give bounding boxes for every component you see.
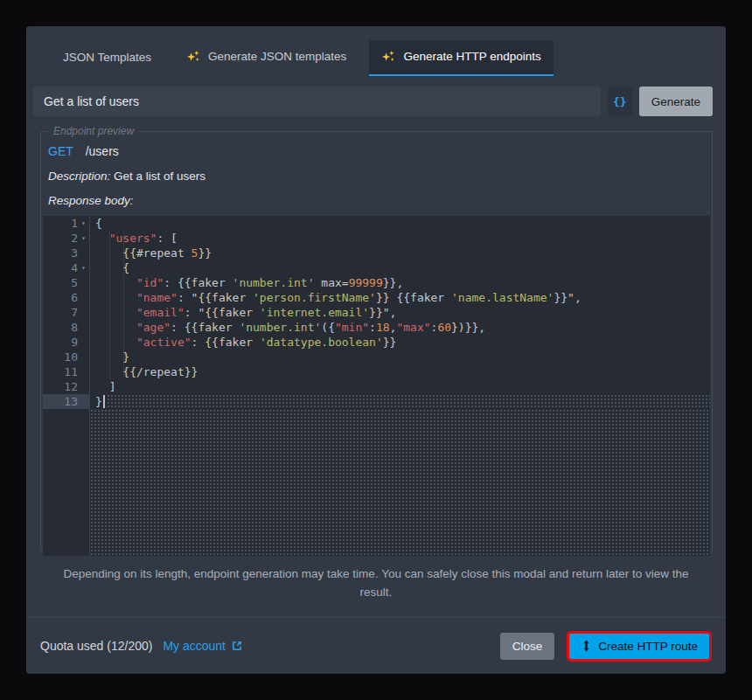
code-line-5: 5 "id": {{faker 'number.int' max=99999}}… bbox=[43, 275, 710, 290]
external-link-icon bbox=[231, 640, 243, 652]
code-line-9: 9 "active": {{faker 'datatype.boolean'}} bbox=[43, 335, 710, 350]
line-number: 6 bbox=[43, 290, 90, 305]
footer-actions: Close Create HTTP route bbox=[500, 631, 712, 662]
text-cursor bbox=[103, 395, 105, 408]
indent-guide bbox=[109, 231, 110, 379]
my-account-label: My account bbox=[163, 639, 226, 653]
tab-json-templates[interactable]: JSON Templates bbox=[51, 42, 164, 76]
code-line-6: 6 "name": "{{faker 'person.firstName'}} … bbox=[43, 290, 710, 305]
description-value: Get a list of users bbox=[114, 170, 205, 183]
line-number: 5 bbox=[43, 275, 90, 290]
generation-note: Depending on its length, endpoint genera… bbox=[52, 565, 700, 602]
fold-arrow-icon[interactable]: ▾ bbox=[78, 231, 89, 246]
line-number: 12 bbox=[43, 379, 90, 394]
code-line-13: 13} bbox=[43, 394, 710, 409]
line-number: 3 bbox=[43, 246, 90, 260]
description-label: Description: bbox=[48, 170, 110, 183]
create-button-label: Create HTTP route bbox=[598, 640, 698, 653]
quota-text: Quota used (12/200) bbox=[40, 639, 152, 653]
code-line-8: 8 "age": {{faker 'number.int'({"min":18,… bbox=[43, 320, 710, 335]
prompt-row: {} Generate bbox=[33, 87, 713, 116]
code-line-2: 2▾ "users": [ bbox=[43, 231, 710, 246]
height-arrows-icon bbox=[581, 640, 592, 652]
fold-arrow-icon[interactable]: ▾ bbox=[78, 216, 89, 231]
line-number: 8 bbox=[43, 320, 90, 335]
tab-label: Generate JSON templates bbox=[208, 50, 346, 63]
tab-bar: JSON Templates Generate JSON templates bbox=[26, 26, 726, 76]
my-account-link[interactable]: My account bbox=[163, 639, 243, 653]
highlight-ring: Create HTTP route bbox=[567, 631, 712, 662]
endpoint-method-line: GET /users bbox=[48, 144, 712, 158]
line-number: 13 bbox=[43, 394, 90, 409]
code-line-3: 3 {{#repeat 5}} bbox=[43, 246, 710, 260]
quota-area: Quota used (12/200) My account bbox=[40, 639, 243, 653]
http-method-label: GET bbox=[48, 144, 73, 158]
line-number: 7 bbox=[43, 305, 90, 320]
close-button[interactable]: Close bbox=[500, 633, 555, 660]
endpoint-description-line: Description: Get a list of users bbox=[48, 170, 712, 183]
tab-generate-json-templates[interactable]: Generate JSON templates bbox=[174, 40, 359, 76]
generate-button[interactable]: Generate bbox=[639, 87, 713, 116]
code-line-10: 10 } bbox=[43, 350, 710, 364]
tab-label: Generate HTTP endpoints bbox=[403, 50, 540, 63]
prompt-input[interactable] bbox=[33, 87, 601, 116]
tab-label: JSON Templates bbox=[63, 51, 151, 64]
endpoint-preview-panel: Endpoint preview GET /users Description:… bbox=[40, 125, 713, 551]
editor-gutter bbox=[43, 409, 90, 556]
generate-endpoints-modal: JSON Templates Generate JSON templates bbox=[26, 26, 726, 674]
fold-arrow-icon[interactable]: ▾ bbox=[78, 260, 89, 275]
create-http-route-button[interactable]: Create HTTP route bbox=[569, 634, 709, 659]
line-number: 4▾ bbox=[43, 260, 90, 275]
code-editor[interactable]: 1▾{2▾ "users": [3 {{#repeat 5}}4▾ {5 "id… bbox=[43, 216, 710, 556]
code-line-4: 4▾ { bbox=[43, 260, 710, 275]
sparkles-icon bbox=[186, 49, 201, 64]
code-line-1: 1▾{ bbox=[43, 216, 710, 231]
code-line-7: 7 "email": "{{faker 'internet.email'}}", bbox=[43, 305, 710, 320]
response-body-label: Response body: bbox=[48, 194, 712, 207]
templating-helpers-button[interactable]: {} bbox=[608, 87, 632, 116]
line-number: 2▾ bbox=[43, 231, 90, 246]
tab-generate-http-endpoints[interactable]: Generate HTTP endpoints bbox=[369, 40, 553, 76]
editor-empty-area bbox=[43, 409, 710, 556]
sparkles-icon bbox=[381, 49, 396, 64]
endpoint-preview-legend: Endpoint preview bbox=[48, 125, 139, 137]
code-line-12: 12 ] bbox=[43, 379, 710, 394]
modal-footer: Quota used (12/200) My account Close Cre… bbox=[26, 617, 726, 674]
line-number: 1▾ bbox=[43, 216, 90, 231]
endpoint-path: /users bbox=[86, 144, 119, 158]
line-number: 10 bbox=[43, 350, 90, 364]
line-number: 9 bbox=[43, 335, 90, 350]
line-number: 11 bbox=[43, 364, 90, 379]
editor-void-pattern bbox=[90, 409, 710, 556]
indent-guide bbox=[123, 231, 124, 379]
code-line-11: 11 {{/repeat}} bbox=[43, 364, 710, 379]
